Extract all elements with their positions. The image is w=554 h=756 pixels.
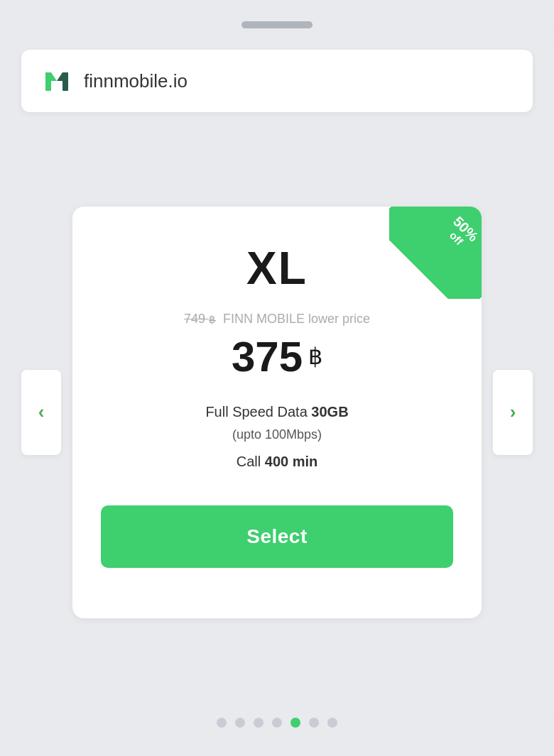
dot-4[interactable] (272, 718, 282, 728)
brand-name: finnmobile.io (84, 70, 188, 92)
currency-symbol: ฿ (308, 343, 322, 370)
data-label: Full Speed Data (205, 404, 307, 420)
phone-notch (241, 21, 313, 28)
discount-badge: 50% off (389, 207, 482, 299)
plan-name: XL (246, 242, 308, 295)
brand-logo (41, 65, 72, 97)
dot-6[interactable] (309, 718, 319, 728)
dot-2[interactable] (235, 718, 245, 728)
pagination-dots (217, 718, 337, 728)
discount-price: 375 (232, 332, 303, 381)
data-feature: Full Speed Data 30GB (205, 404, 348, 420)
next-button[interactable]: › (493, 370, 533, 455)
dot-1[interactable] (217, 718, 227, 728)
dot-7[interactable] (327, 718, 337, 728)
right-arrow-icon: › (510, 401, 516, 423)
finn-label: FINN MOBILE lower price (223, 312, 370, 327)
select-button[interactable]: Select (101, 505, 453, 568)
dot-5-active[interactable] (290, 718, 300, 728)
original-price-row: 749 ฿ FINN MOBILE lower price (184, 312, 370, 327)
data-speed: (upto 100Mbps) (232, 427, 322, 442)
dot-3[interactable] (254, 718, 264, 728)
prev-button[interactable]: ‹ (21, 370, 61, 455)
discount-price-row: 375 ฿ (232, 332, 322, 381)
left-arrow-icon: ‹ (38, 401, 45, 423)
original-price: 749 ฿ (184, 312, 216, 327)
call-label: Call (237, 454, 261, 469)
content-area: ‹ 50% off XL 749 ฿ FINN MOBILE lower pri… (21, 126, 533, 698)
phone-frame: finnmobile.io ‹ 50% off XL 749 ฿ FINN MO (0, 0, 554, 756)
call-amount: 400 min (265, 454, 317, 469)
browser-bar: finnmobile.io (21, 50, 533, 112)
data-amount: 30GB (311, 404, 348, 420)
call-feature: Call 400 min (237, 454, 318, 470)
plan-card: 50% off XL 749 ฿ FINN MOBILE lower price… (72, 207, 482, 618)
